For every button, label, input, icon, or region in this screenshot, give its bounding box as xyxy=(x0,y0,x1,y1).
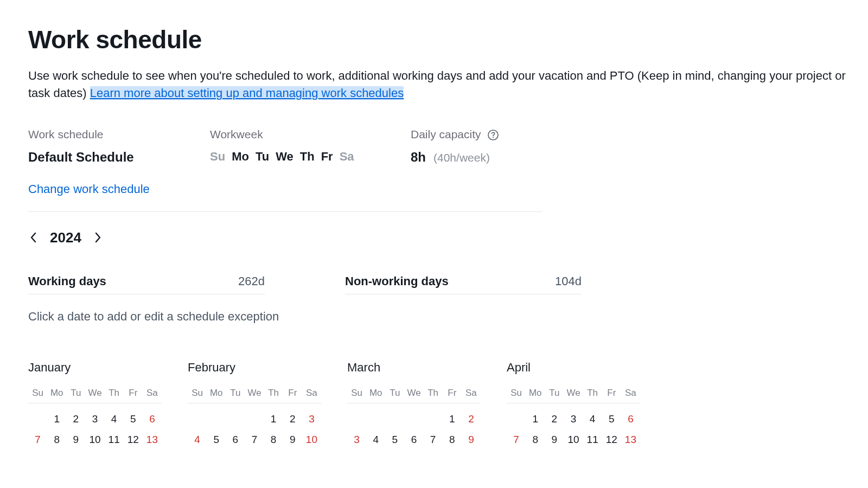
calendar-day[interactable]: 8 xyxy=(526,429,545,450)
calendar-day[interactable]: 4 xyxy=(366,429,385,450)
workweek-day-th: Th xyxy=(300,150,315,164)
weekday-header-cell: Su xyxy=(347,388,366,399)
calendar-day[interactable]: 6 xyxy=(404,429,423,450)
calendar-day[interactable]: 3 xyxy=(347,429,366,450)
calendar-day-empty xyxy=(347,409,366,429)
daily-capacity-label-text: Daily capacity xyxy=(411,128,481,140)
workweek-label: Workweek xyxy=(210,128,411,141)
calendar-day[interactable]: 7 xyxy=(424,429,443,450)
weekday-header-cell: Mo xyxy=(47,388,66,399)
weekday-header-cell: Fr xyxy=(124,388,143,399)
weekday-header-cell: We xyxy=(404,388,423,399)
calendar-day-empty xyxy=(385,409,404,429)
calendar-day[interactable]: 9 xyxy=(545,429,564,450)
calendar-day[interactable]: 6 xyxy=(226,429,245,450)
weekday-header-cell: Mo xyxy=(366,388,385,399)
schedule-exception-hint: Click a date to add or edit a schedule e… xyxy=(28,310,868,324)
prev-year-button[interactable] xyxy=(28,230,39,245)
calendar-day[interactable]: 7 xyxy=(245,429,264,450)
calendar-day[interactable]: 1 xyxy=(526,409,545,429)
calendar-day[interactable]: 8 xyxy=(264,429,283,450)
calendar-day[interactable]: 3 xyxy=(302,409,321,429)
calendar-week-row: 12 xyxy=(347,409,481,429)
weekday-header-cell: Tu xyxy=(66,388,85,399)
calendar-day[interactable]: 12 xyxy=(124,429,143,450)
month-january: JanuarySuMoTuWeThFrSa12345678910111213 xyxy=(28,361,162,450)
weekday-header-cell: Th xyxy=(424,388,443,399)
calendar-day[interactable]: 5 xyxy=(385,429,404,450)
calendar-day[interactable]: 5 xyxy=(124,409,143,429)
calendar-day[interactable]: 12 xyxy=(602,429,621,450)
workweek-days: SuMoTuWeThFrSa xyxy=(210,150,411,164)
month-march: MarchSuMoTuWeThFrSa123456789 xyxy=(347,361,481,450)
calendar-day[interactable]: 11 xyxy=(105,429,124,450)
work-schedule-label: Work schedule xyxy=(28,128,210,141)
calendar-day[interactable]: 9 xyxy=(66,429,85,450)
weekday-header-cell: Sa xyxy=(462,388,481,399)
non-working-days-value: 104d xyxy=(555,274,582,288)
weekday-header-cell: Tu xyxy=(385,388,404,399)
month-name: January xyxy=(28,361,162,375)
calendar-day[interactable]: 8 xyxy=(443,429,462,450)
calendar-day[interactable]: 13 xyxy=(621,429,640,450)
weekday-header-cell: Mo xyxy=(526,388,545,399)
working-days-stat: Working days 262d xyxy=(28,274,265,294)
weekday-header-cell: Fr xyxy=(443,388,462,399)
calendar-day[interactable]: 4 xyxy=(188,429,207,450)
calendar-day[interactable]: 3 xyxy=(85,409,104,429)
weekday-header-cell: Fr xyxy=(602,388,621,399)
non-working-days-label: Non-working days xyxy=(345,274,449,288)
calendar-day-empty xyxy=(424,409,443,429)
calendar-day[interactable]: 10 xyxy=(302,429,321,450)
calendar-day[interactable]: 5 xyxy=(207,429,226,450)
calendar-day[interactable]: 6 xyxy=(143,409,162,429)
calendar-day[interactable]: 10 xyxy=(564,429,583,450)
calendar-day[interactable]: 10 xyxy=(85,429,104,450)
weekday-header-cell: Th xyxy=(264,388,283,399)
weekday-header-cell: Fr xyxy=(283,388,302,399)
calendar-day[interactable]: 8 xyxy=(47,429,66,450)
calendar-week-row: 123456 xyxy=(507,409,640,429)
change-work-schedule-link[interactable]: Change work schedule xyxy=(28,182,150,196)
calendar-day[interactable]: 9 xyxy=(283,429,302,450)
learn-more-link[interactable]: Learn more about setting up and managing… xyxy=(90,86,404,100)
year-value: 2024 xyxy=(50,229,81,246)
calendar-day[interactable]: 7 xyxy=(507,429,526,450)
calendar-day-empty xyxy=(507,409,526,429)
workweek-day-sa: Sa xyxy=(340,150,354,164)
weekday-header-cell: Tu xyxy=(226,388,245,399)
calendar-day[interactable]: 4 xyxy=(583,409,602,429)
calendar-week-row: 78910111213 xyxy=(507,429,640,450)
calendar-week-row: 78910111213 xyxy=(28,429,162,450)
weekday-header-cell: Su xyxy=(28,388,47,399)
calendar-day[interactable]: 1 xyxy=(264,409,283,429)
month-april: AprilSuMoTuWeThFrSa12345678910111213 xyxy=(507,361,640,450)
daily-capacity-value: 8h xyxy=(411,150,426,165)
calendar-day[interactable]: 6 xyxy=(621,409,640,429)
calendar-week-row: 3456789 xyxy=(347,429,481,450)
next-year-button[interactable] xyxy=(92,230,103,245)
daily-capacity-label: Daily capacity xyxy=(411,128,592,141)
divider xyxy=(28,211,542,212)
calendar-day-empty xyxy=(404,409,423,429)
weekday-header-cell: Th xyxy=(105,388,124,399)
calendar-day[interactable]: 2 xyxy=(545,409,564,429)
calendar-day[interactable]: 1 xyxy=(443,409,462,429)
calendar-day[interactable]: 5 xyxy=(602,409,621,429)
calendar-day[interactable]: 3 xyxy=(564,409,583,429)
calendar-day[interactable]: 1 xyxy=(47,409,66,429)
calendar-day[interactable]: 13 xyxy=(143,429,162,450)
weekday-header: SuMoTuWeThFrSa xyxy=(28,388,162,403)
calendar-day[interactable]: 9 xyxy=(462,429,481,450)
calendar-day[interactable]: 7 xyxy=(28,429,47,450)
weekday-header-cell: Sa xyxy=(143,388,162,399)
calendar-day-empty xyxy=(28,409,47,429)
calendar-day[interactable]: 2 xyxy=(462,409,481,429)
calendar-day[interactable]: 2 xyxy=(66,409,85,429)
help-icon[interactable] xyxy=(487,129,499,141)
calendar-day[interactable]: 2 xyxy=(283,409,302,429)
calendar-week-row: 123456 xyxy=(28,409,162,429)
calendar-day[interactable]: 4 xyxy=(105,409,124,429)
month-name: April xyxy=(507,361,640,375)
calendar-day[interactable]: 11 xyxy=(583,429,602,450)
